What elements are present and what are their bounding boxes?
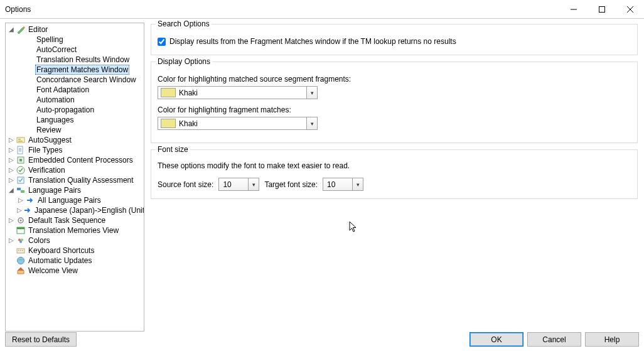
- tree-item-welcome-view[interactable]: Welcome View: [6, 266, 144, 276]
- tree-item-auto-propagation[interactable]: Auto-propagation: [6, 105, 144, 115]
- display-options-legend: Display Options: [156, 57, 212, 66]
- pencil-icon: [16, 24, 26, 35]
- processor-icon: [16, 155, 26, 165]
- expand-icon[interactable]: ▷: [17, 197, 24, 204]
- tree-item-keyboard-shortcuts[interactable]: Keyboard Shortcuts: [6, 246, 144, 256]
- svg-rect-10: [19, 151, 21, 151]
- color-swatch: [161, 88, 176, 97]
- tree-item-automation[interactable]: Automation: [6, 95, 144, 105]
- svg-rect-16: [21, 190, 24, 193]
- tree-item-fragment-matches-window[interactable]: Fragment Matches Window: [6, 65, 144, 75]
- svg-rect-5: [18, 139, 21, 140]
- tree-item-default-task-sequence[interactable]: ▷ Default Task Sequence: [6, 215, 144, 225]
- home-icon: [16, 266, 26, 276]
- options-tree[interactable]: ◢ Editor Spelling AutoCorrect Translatio…: [5, 23, 144, 332]
- keyboard-icon: [16, 246, 26, 256]
- window-title: Options: [5, 5, 559, 14]
- display-results-checkbox-row[interactable]: Display results from the Fragment Matche…: [158, 36, 631, 47]
- tree-item-spelling[interactable]: Spelling: [6, 35, 144, 45]
- expand-icon[interactable]: ▷: [8, 167, 14, 174]
- tree-item-editor[interactable]: ◢ Editor: [6, 24, 144, 35]
- svg-rect-8: [19, 148, 21, 149]
- check-icon: [16, 165, 26, 175]
- tree-item-autocorrect[interactable]: AutoCorrect: [6, 45, 144, 55]
- expand-icon[interactable]: ▷: [8, 217, 14, 224]
- expand-icon[interactable]: ▷: [8, 147, 14, 154]
- minimize-button[interactable]: [559, 0, 588, 18]
- target-font-size-label: Target font size:: [264, 180, 318, 189]
- svg-rect-15: [17, 188, 21, 190]
- titlebar: Options: [0, 0, 644, 19]
- help-button[interactable]: Help: [585, 332, 639, 347]
- svg-rect-1: [599, 6, 604, 12]
- tree-item-review[interactable]: Review: [6, 125, 144, 135]
- tree-item-file-types[interactable]: ▷ File Types: [6, 145, 144, 155]
- tree-item-japanese-english[interactable]: ▷ Japanese (Japan)->English (United King…: [6, 205, 144, 215]
- close-button[interactable]: [616, 0, 644, 18]
- svg-point-28: [18, 257, 24, 264]
- tree-item-all-language-pairs[interactable]: ▷ All Language Pairs: [6, 195, 144, 205]
- chevron-down-icon[interactable]: ▾: [306, 117, 317, 129]
- svg-point-18: [20, 220, 22, 222]
- ok-button[interactable]: OK: [470, 332, 523, 347]
- languages-icon: [16, 185, 26, 195]
- tree-item-translation-results-window[interactable]: Translation Results Window: [6, 55, 144, 65]
- source-font-size-combo[interactable]: 10 ▾: [218, 178, 259, 191]
- display-results-checkbox[interactable]: [158, 38, 166, 46]
- color-swatch: [161, 119, 176, 128]
- svg-rect-6: [18, 141, 23, 142]
- svg-rect-9: [19, 149, 21, 150]
- source-color-combo[interactable]: Khaki ▾: [158, 86, 318, 99]
- cancel-button[interactable]: Cancel: [527, 332, 581, 347]
- reset-defaults-button[interactable]: Reset to Defaults: [5, 332, 77, 347]
- chevron-down-icon[interactable]: ▾: [306, 87, 317, 99]
- chevron-down-icon[interactable]: ▾: [248, 178, 259, 190]
- expand-icon[interactable]: ▷: [8, 137, 14, 144]
- matches-color-label: Color for highlighting fragment matches:: [158, 105, 631, 114]
- expand-icon[interactable]: ▷: [8, 177, 14, 184]
- expand-icon[interactable]: ▷: [8, 237, 14, 244]
- collapse-icon[interactable]: ◢: [8, 26, 14, 33]
- expand-icon[interactable]: ▷: [8, 157, 14, 164]
- svg-rect-4: [17, 138, 24, 143]
- svg-rect-12: [19, 159, 22, 161]
- tree-item-tqa[interactable]: ▷ Translation Quality Assessment: [6, 175, 144, 185]
- search-options-group: Search Options Display results from the …: [151, 24, 638, 55]
- maximize-button[interactable]: [588, 0, 616, 18]
- tm-icon: [16, 225, 26, 235]
- tree-item-verification[interactable]: ▷ Verification: [6, 165, 144, 175]
- svg-rect-25: [18, 250, 19, 251]
- svg-rect-27: [22, 250, 23, 251]
- globe-icon: [16, 256, 26, 266]
- tree-item-embedded-content-processors[interactable]: ▷ Embedded Content Processors: [6, 155, 144, 165]
- svg-point-23: [19, 240, 22, 243]
- tree-item-languages[interactable]: Languages: [6, 115, 144, 125]
- expand-icon[interactable]: ▷: [17, 207, 22, 214]
- tree-item-automatic-updates[interactable]: Automatic Updates: [6, 256, 144, 266]
- chevron-down-icon[interactable]: ▾: [352, 178, 363, 190]
- palette-icon: [16, 235, 26, 246]
- source-color-label: Color for highlighting matched source se…: [158, 75, 631, 84]
- suggest-icon: [16, 135, 26, 145]
- font-size-legend: Font size: [156, 145, 190, 154]
- matches-color-combo[interactable]: Khaki ▾: [158, 117, 318, 130]
- tree-item-concordance-search-window[interactable]: Concordance Search Window: [6, 75, 144, 85]
- svg-rect-20: [17, 227, 24, 229]
- dialog-footer: Reset to Defaults OK Cancel Help: [0, 332, 644, 351]
- font-size-description: These options modify the font to make te…: [158, 161, 631, 170]
- tree-item-autosuggest[interactable]: ▷ AutoSuggest: [6, 135, 144, 145]
- arrow-right-icon: [25, 195, 35, 205]
- font-size-group: Font size These options modify the font …: [151, 149, 638, 199]
- tree-item-font-adaptation[interactable]: Font Adaptation: [6, 85, 144, 95]
- collapse-icon[interactable]: ◢: [8, 187, 14, 194]
- display-options-group: Display Options Color for highlighting m…: [151, 62, 638, 143]
- file-icon: [16, 145, 26, 155]
- gear-icon: [16, 215, 26, 225]
- target-font-size-combo[interactable]: 10 ▾: [323, 178, 363, 191]
- tree-item-tm-view[interactable]: Translation Memories View: [6, 225, 144, 235]
- tree-item-language-pairs[interactable]: ◢ Language Pairs: [6, 185, 144, 195]
- display-results-label: Display results from the Fragment Matche…: [169, 37, 456, 46]
- svg-rect-26: [20, 250, 21, 251]
- tree-item-colors[interactable]: ▷ Colors: [6, 235, 144, 246]
- quality-icon: [16, 175, 26, 185]
